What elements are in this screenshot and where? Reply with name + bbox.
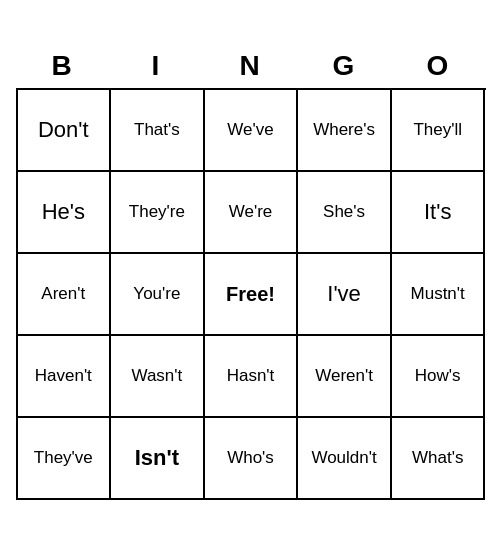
header-letter-G: G (298, 44, 392, 88)
bingo-cell-3-3: Weren't (298, 336, 392, 418)
bingo-cell-3-0: Haven't (18, 336, 112, 418)
bingo-cell-4-0: They've (18, 418, 112, 500)
bingo-row-3: Haven'tWasn'tHasn'tWeren'tHow's (18, 336, 486, 418)
bingo-cell-3-4: How's (392, 336, 486, 418)
bingo-cell-2-4: Mustn't (392, 254, 486, 336)
header-letter-B: B (16, 44, 110, 88)
bingo-cell-0-4: They'll (392, 90, 486, 172)
bingo-cell-2-1: You're (111, 254, 205, 336)
bingo-cell-0-2: We've (205, 90, 299, 172)
bingo-cell-2-3: I've (298, 254, 392, 336)
bingo-card: BINGO Don'tThat'sWe'veWhere'sThey'llHe's… (16, 44, 486, 500)
header-letter-O: O (392, 44, 486, 88)
bingo-cell-4-4: What's (392, 418, 486, 500)
bingo-cell-1-3: She's (298, 172, 392, 254)
bingo-grid: Don'tThat'sWe'veWhere'sThey'llHe'sThey'r… (16, 88, 486, 500)
bingo-cell-1-0: He's (18, 172, 112, 254)
bingo-cell-3-1: Wasn't (111, 336, 205, 418)
bingo-cell-0-3: Where's (298, 90, 392, 172)
bingo-cell-1-1: They're (111, 172, 205, 254)
bingo-cell-3-2: Hasn't (205, 336, 299, 418)
header-letter-I: I (110, 44, 204, 88)
bingo-header: BINGO (16, 44, 486, 88)
bingo-cell-4-1: Isn't (111, 418, 205, 500)
header-letter-N: N (204, 44, 298, 88)
bingo-cell-1-4: It's (392, 172, 486, 254)
bingo-cell-1-2: We're (205, 172, 299, 254)
bingo-cell-2-2: Free! (205, 254, 299, 336)
bingo-cell-2-0: Aren't (18, 254, 112, 336)
bingo-cell-4-3: Wouldn't (298, 418, 392, 500)
bingo-row-1: He'sThey'reWe'reShe'sIt's (18, 172, 486, 254)
bingo-cell-0-1: That's (111, 90, 205, 172)
bingo-cell-0-0: Don't (18, 90, 112, 172)
bingo-row-4: They'veIsn'tWho'sWouldn'tWhat's (18, 418, 486, 500)
bingo-row-2: Aren'tYou'reFree!I'veMustn't (18, 254, 486, 336)
bingo-row-0: Don'tThat'sWe'veWhere'sThey'll (18, 90, 486, 172)
bingo-cell-4-2: Who's (205, 418, 299, 500)
